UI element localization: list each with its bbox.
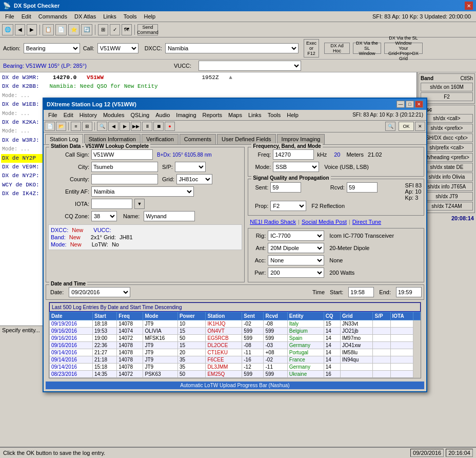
iota-dropdown-btn[interactable]: ▼ <box>134 199 145 209</box>
ok-button[interactable]: OK <box>399 122 414 131</box>
menu-links[interactable]: Links <box>100 12 120 21</box>
tab-verification[interactable]: Verification <box>142 134 179 144</box>
dialog-menu-maps[interactable]: Maps <box>226 111 245 119</box>
log-table-scroll[interactable]: Date Start Freq Mode Power Station Sent … <box>49 312 421 378</box>
dialog-minimize-button[interactable]: — <box>396 101 405 108</box>
rcvd-input[interactable] <box>347 182 378 193</box>
iota-input[interactable] <box>91 199 132 209</box>
dtb-prev[interactable]: ◀ <box>108 122 118 131</box>
send-command-button[interactable]: SendCommand <box>137 24 158 35</box>
log-table-row[interactable]: 09/16/201619:0014072MFSK1650EG5RCB599599… <box>50 335 421 342</box>
ant-select[interactable]: 20M Dipole <box>268 243 324 253</box>
menu-tools[interactable]: Tools <box>121 12 140 21</box>
dtb-record[interactable]: ● <box>165 122 175 131</box>
grid-select[interactable]: JH81oc <box>176 174 212 184</box>
toolbar-btn-fwd[interactable]: ▶ <box>27 24 37 35</box>
link-direct-tune[interactable]: Direct Tune <box>352 219 381 225</box>
misc-btn-3[interactable]: sh/prefix <call> <box>421 143 473 152</box>
tab-station-info[interactable]: Station Information <box>84 134 141 144</box>
link-radio-shack[interactable]: NE1I Radio Shack <box>250 219 296 225</box>
dialog-menu-qsling[interactable]: QSLing <box>128 111 152 119</box>
toolbar-btn-back[interactable]: ◀ <box>15 24 25 35</box>
vucc-dropdown[interactable] <box>199 61 301 71</box>
menu-edit[interactable]: Edit <box>18 12 34 21</box>
misc-btn-8[interactable]: sh/dx JT9 <box>421 192 473 201</box>
log-table-row[interactable]: 09/14/201621:1814078JT935F6CEE-16-02Fran… <box>50 356 421 364</box>
dx-sl-grid-button[interactable]: DX Via the SL WindowYour Grid<Prop>DX Gr… <box>384 43 423 54</box>
prop-select[interactable]: F2 <box>270 201 306 211</box>
log-table-row[interactable]: 09/16/201622:3614078JT915DL2OCE-08-03Ger… <box>50 342 421 349</box>
toolbar-btn-paste[interactable]: 📄 <box>55 24 67 35</box>
dialog-menu-audio[interactable]: Audio <box>153 111 172 119</box>
entity-af-select[interactable]: Namibia <box>91 186 194 197</box>
dialog-menu-imaging[interactable]: Imaging <box>173 111 199 119</box>
tab-improv-imaging[interactable]: Improv Imaging <box>277 134 325 144</box>
toolbar-btn-globe[interactable]: 🗺 <box>122 24 132 35</box>
misc-btn-2[interactable]: SH/DX dxcc <pfx> <box>421 133 473 142</box>
county-input[interactable] <box>91 174 158 184</box>
name-input[interactable] <box>144 211 195 221</box>
dtb-grid[interactable]: ⊞ <box>82 122 92 131</box>
start-input[interactable] <box>348 287 374 297</box>
dtb-open[interactable]: 📂 <box>56 122 66 131</box>
sent-input[interactable] <box>270 182 301 193</box>
menu-file[interactable]: File <box>2 12 17 21</box>
mode-select[interactable]: SSB <box>273 162 319 172</box>
misc-btn-1[interactable]: sh/dx <prefix> <box>421 124 473 132</box>
spot-row-1[interactable]: DX de K2BB: Namibia: Need QSO for New En… <box>1 82 415 91</box>
city-input[interactable] <box>91 162 158 172</box>
f2-btn[interactable]: F2 <box>421 92 473 101</box>
tab-user-defined[interactable]: User Defined Fields <box>217 134 276 144</box>
tab-comments[interactable]: Comments <box>180 134 216 144</box>
log-table-row[interactable]: 08/23/201614:3514072PSK6350EM25Q599599Uk… <box>50 371 421 378</box>
log-table-row[interactable]: 09/14/201621:2714078JT920CT1EKU-11+08Por… <box>50 349 421 356</box>
dtb-next[interactable]: ▶▶ <box>131 122 141 131</box>
log-table-row[interactable]: 09/16/201619:5314074OLIVIA15ON4VT599599B… <box>50 328 421 335</box>
dialog-menu-help[interactable]: Help <box>284 111 301 119</box>
toolbar-btn-copy[interactable]: 📋 <box>43 24 54 35</box>
menu-commands[interactable]: Commands <box>35 12 70 21</box>
dtb-zoom[interactable]: 🔍 <box>385 122 395 131</box>
callsign-input[interactable] <box>91 149 153 160</box>
exec-f12-button[interactable]: ExecorF12 <box>304 39 319 58</box>
sp-select[interactable] <box>175 162 206 172</box>
rig-select[interactable]: IC-7700 <box>268 231 324 241</box>
dialog-menu-reports[interactable]: Reports <box>200 111 225 119</box>
dtb-new[interactable]: 📄 <box>45 122 55 131</box>
dialog-menu-edit[interactable]: Edit <box>61 111 76 119</box>
date-select[interactable]: 09/20/2016 <box>69 287 130 297</box>
menu-dxatlas[interactable]: DX Atlas <box>71 12 99 21</box>
dialog-restore-button[interactable]: □ <box>406 101 414 108</box>
dialog-menu-file[interactable]: File <box>46 111 60 119</box>
dialog-menu-history[interactable]: History <box>77 111 100 119</box>
dx-ad-hoc-button[interactable]: DX AdHoc <box>324 43 350 54</box>
dxcc-dropdown[interactable]: Namibia <box>165 43 299 53</box>
dialog-close-button[interactable]: ✕ <box>415 101 423 108</box>
misc-btn-7[interactable]: sh/dx info JT65A <box>421 182 473 191</box>
end-input[interactable] <box>396 287 422 297</box>
cancel-button[interactable]: ✕ <box>415 122 425 131</box>
misc-btn-0[interactable]: sh/dx <call> <box>421 114 473 123</box>
dialog-menu-tools[interactable]: Tools <box>265 111 284 119</box>
dx-sl-window-button[interactable]: DX Via theSL Window <box>353 43 381 54</box>
close-button[interactable]: ✕ <box>465 2 473 10</box>
dialog-menu-modules[interactable]: Modules <box>101 111 127 119</box>
toolbar-btn-grid[interactable]: ⊞ <box>98 24 108 35</box>
log-table-row[interactable]: 09/19/201618:1814078JT910IK1HJQ-02-08Ita… <box>50 320 421 328</box>
dtb-search[interactable]: 🔍 <box>97 122 107 131</box>
toolbar-btn-check[interactable]: ✓ <box>110 24 120 35</box>
menu-help[interactable]: Help <box>141 12 159 21</box>
link-social-media[interactable]: Social Media Post <box>302 219 347 225</box>
tab-station-log[interactable]: Station Log <box>45 134 83 144</box>
misc-btn-4[interactable]: sh/heading <prefix> <box>421 153 473 162</box>
spot-row-0[interactable]: DX de W3MR: 14270.0 V51WW 1952Z ▲ <box>1 73 415 82</box>
pwr-select[interactable]: 200 <box>268 268 324 278</box>
call-dropdown[interactable]: V51WW <box>97 43 138 53</box>
cqzone-select[interactable]: 38 <box>91 211 117 221</box>
dtb-pause[interactable]: ⏸ <box>142 122 152 131</box>
dialog-menu-links[interactable]: Links <box>246 111 264 119</box>
misc-btn-6[interactable]: sh/dx info Olivia <box>421 173 473 181</box>
toolbar-btn-star[interactable]: ⭐ <box>68 24 80 35</box>
toolbar-btn-reload[interactable]: 🔄 <box>81 24 92 35</box>
action-dropdown[interactable]: Bearing <box>24 43 80 53</box>
